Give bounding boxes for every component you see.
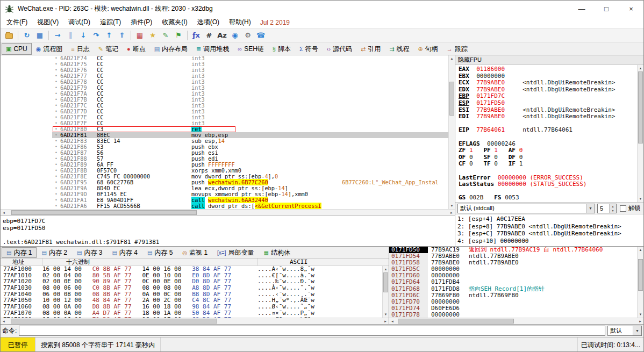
spinner-down-icon[interactable]: ▼ (610, 209, 616, 213)
stack-row[interactable]: 0171FD5C00000000 (389, 266, 637, 272)
scroll-left-icon[interactable]: ◄ (1, 318, 7, 324)
command-input[interactable] (19, 326, 605, 336)
register-line[interactable]: CF 0 TF 0 IF 1 (455, 161, 637, 168)
calling-convention-select[interactable]: 默认 (stdcall) ▼ (457, 204, 595, 213)
scroll-up-icon[interactable]: ▲ (449, 55, 455, 62)
menu-favourites[interactable]: 收藏夹(I) (157, 17, 192, 28)
stack-row[interactable]: 0171FD74D60FE6D6 (389, 305, 637, 312)
hide-fpu-button[interactable]: 隐藏FPU (455, 55, 643, 65)
fx-button[interactable]: ƒx (190, 30, 203, 41)
settings-button[interactable]: ⚙ (241, 30, 254, 41)
scroll-down-icon[interactable]: ▼ (638, 196, 643, 202)
scroll-thumb[interactable] (11, 210, 197, 215)
stack-vertical-scrollbar[interactable]: ▲ ▼ (637, 247, 643, 318)
scroll-thumb[interactable] (638, 259, 643, 291)
tab-threads[interactable]: ⇉线程 (385, 43, 413, 55)
argument-line[interactable]: 2: [esp+8] 77B9ABE0 <ntdll.DbgUiRemoteBr… (457, 223, 643, 231)
restart-button[interactable]: ↻ (20, 30, 33, 41)
notes-button[interactable]: ✎ (159, 30, 172, 41)
hash-button[interactable]: # (203, 30, 216, 41)
tab-dump-4[interactable]: ▤内存 4 (107, 247, 142, 258)
tab-cpu[interactable]: ▣CPU (2, 43, 32, 55)
stack-row[interactable]: 0171FD640171FDB4 (389, 279, 637, 285)
tab-seh[interactable]: ∞SEH链 (233, 43, 268, 55)
scylla-button[interactable]: ◉ (228, 30, 241, 41)
register-line[interactable]: LastStatus 00000000 (STATUS_SUCCESS) (455, 181, 637, 188)
patches-button[interactable]: ▦ (133, 30, 146, 41)
tab-trace[interactable]: →跟踪 (442, 43, 472, 55)
tab-breakpoints[interactable]: ●断点 (123, 43, 150, 55)
pause-button[interactable]: ‖ (64, 30, 77, 41)
scroll-thumb[interactable] (383, 272, 388, 292)
stack-row[interactable]: 0171FD680171FDD8指向SEH_Record[1]的指针 (389, 286, 637, 292)
menu-plugins[interactable]: 插件(P) (126, 17, 157, 28)
scroll-down-icon[interactable]: ▼ (449, 203, 455, 209)
az-button[interactable]: Az (216, 30, 228, 41)
minimize-button[interactable]: — (569, 1, 594, 17)
scroll-right-icon[interactable]: ► (448, 210, 455, 215)
scroll-thumb[interactable] (449, 82, 454, 116)
step-into-button[interactable]: ↓ (77, 30, 90, 41)
register-line[interactable]: EDI 77B9ABE0 <ntdll.DbgUiRemoteBreakin> (455, 113, 637, 120)
scroll-up-icon[interactable]: ▲ (638, 65, 643, 71)
stack-row[interactable]: 0171FD5877B9ABE0ntdll.77B9ABE0 (389, 260, 637, 266)
tab-symbols[interactable]: Σ符号 (295, 43, 323, 55)
maximize-button[interactable]: □ (594, 1, 619, 17)
tab-notes[interactable]: ✎笔记 (94, 43, 123, 55)
scroll-up-icon[interactable]: ▲ (383, 266, 389, 272)
stack-row[interactable]: 0171FD6C77B69F80ntdll.77B69F80 (389, 292, 637, 299)
stack-row[interactable]: 0171FD7800000000 (389, 312, 637, 318)
disassembly-horizontal-scrollbar[interactable]: ◄ ► (1, 209, 455, 215)
spinner-up-icon[interactable]: ▲ (610, 204, 616, 209)
stack-row[interactable]: 0171FD7000000000 (389, 299, 637, 305)
scroll-up-icon[interactable]: ▲ (638, 247, 643, 253)
open-file-button[interactable] (3, 30, 16, 41)
menu-file[interactable]: 文件(F) (2, 17, 32, 28)
tab-dump-1[interactable]: ▤内存 1 (2, 247, 37, 258)
register-line[interactable]: EIP 77B64061 ntdll.77B64061 (455, 127, 637, 134)
spinner-arrows[interactable]: ▲▼ (609, 204, 616, 213)
scroll-right-icon[interactable]: ► (382, 318, 389, 324)
register-line[interactable]: GS 002B FS 0053 (455, 195, 637, 202)
menu-trace[interactable]: 追踪(T) (95, 17, 126, 28)
tab-watch-1[interactable]: ◎监视 1 (177, 247, 212, 258)
disassembly-vertical-scrollbar[interactable]: ▲ ▼ (448, 55, 455, 209)
scroll-track[interactable] (7, 318, 382, 324)
scroll-left-icon[interactable]: ◄ (1, 210, 7, 215)
scroll-track[interactable] (449, 62, 455, 203)
stack-row[interactable]: 0171FD6000000000 (389, 272, 637, 279)
close-button[interactable]: × (619, 1, 643, 17)
execute-till-return-button[interactable]: ↑ (103, 30, 116, 41)
tab-references[interactable]: ⇄引用 (356, 43, 385, 55)
run-to-user-code-button[interactable]: ⇑ (116, 30, 128, 41)
favourites-button[interactable]: ★ (146, 30, 159, 41)
tab-handles[interactable]: ⊕句柄 (414, 43, 442, 55)
dump-horizontal-scrollbar[interactable]: ◄ ► (1, 318, 389, 324)
handset-button[interactable]: ☎ (254, 30, 267, 41)
argument-line[interactable]: 1: [esp+4] A0C17EEA (457, 215, 643, 223)
tab-script[interactable]: §脚本 (268, 43, 295, 55)
scroll-track[interactable] (638, 253, 643, 311)
scroll-right-icon[interactable]: ► (637, 318, 643, 324)
tab-dump-5[interactable]: ▤内存 5 (142, 247, 177, 258)
argument-count-spinner[interactable]: 5 ▲▼ (597, 204, 617, 213)
argument-line[interactable]: 4: [esp+10] 00000000 (457, 238, 643, 245)
disasm-row[interactable]: •6AD21FA6FF15 ACD5566Bcall dword ptr ds:… (1, 203, 448, 209)
scroll-track[interactable] (383, 272, 389, 311)
tab-struct[interactable]: ▦结构体 (259, 247, 295, 258)
menu-help[interactable]: 帮助(H) (224, 17, 256, 28)
stack-horizontal-scrollbar[interactable]: ◄ ► (389, 318, 643, 324)
tab-locals[interactable]: [x=]局部变量 (212, 247, 259, 258)
menu-view[interactable]: 视图(V) (32, 17, 63, 28)
menu-options[interactable]: 选项(O) (192, 17, 224, 28)
scroll-track[interactable] (396, 318, 637, 324)
tab-source[interactable]: ‹›源代码 (323, 43, 356, 55)
tab-log[interactable]: ≡日志 (67, 43, 94, 55)
scroll-down-icon[interactable]: ▼ (638, 311, 643, 318)
menu-debug[interactable]: 调试(D) (63, 17, 95, 28)
scroll-thumb[interactable] (638, 71, 643, 143)
dump-vertical-scrollbar[interactable]: ▲ ▼ (382, 266, 389, 318)
scroll-track[interactable] (7, 210, 448, 215)
scroll-down-icon[interactable]: ▼ (383, 311, 389, 318)
tab-graph[interactable]: ◉流程图 (32, 43, 67, 55)
